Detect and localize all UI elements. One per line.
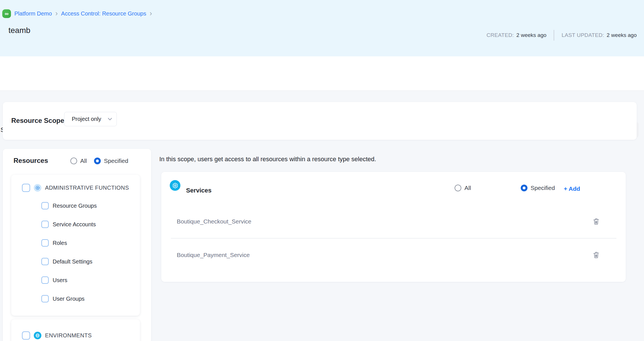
admin-functions-icon bbox=[34, 184, 41, 192]
breadcrumb-section-link[interactable]: Access Control: Resource Groups bbox=[61, 10, 146, 17]
add-service-button[interactable]: + Add bbox=[564, 185, 580, 192]
services-radio-specified[interactable]: Specified bbox=[521, 185, 555, 191]
checkbox-service-accounts[interactable] bbox=[41, 221, 49, 228]
radio-specified[interactable]: Specified bbox=[94, 158, 128, 164]
scope-info-text: In this scope, users get access to all r… bbox=[159, 156, 376, 163]
resource-group-card-environments: ENVIRONMENTS bbox=[11, 319, 140, 341]
resources-title: Resources bbox=[14, 157, 48, 165]
checkbox-admin-functions[interactable] bbox=[22, 184, 30, 192]
created-label: CREATED: bbox=[487, 32, 514, 38]
radio-all-circle[interactable] bbox=[70, 158, 77, 164]
group-label: ADMINISTRATIVE FUNCTIONS bbox=[45, 185, 129, 191]
trash-icon[interactable] bbox=[592, 251, 600, 259]
checkbox-user-groups[interactable] bbox=[41, 295, 49, 302]
service-name: Boutique_Payment_Service bbox=[177, 252, 250, 258]
project-logo-icon: ∞ bbox=[2, 9, 11, 18]
services-card: Services All Specified + Add Boutique_Ch… bbox=[161, 172, 626, 282]
resource-scope-card: Resource Scope Project only bbox=[3, 102, 637, 140]
resource-scope-value: Project only bbox=[72, 116, 101, 122]
checkbox-resource-groups[interactable] bbox=[41, 202, 49, 209]
checkbox-environments[interactable] bbox=[22, 331, 30, 340]
list-item: Users bbox=[41, 271, 140, 289]
checkbox-default-settings[interactable] bbox=[41, 258, 49, 265]
meta-divider bbox=[554, 30, 554, 41]
services-radio-all-circle[interactable] bbox=[455, 185, 461, 191]
group-row-environments: ENVIRONMENTS bbox=[11, 319, 140, 340]
breadcrumb: ∞ Platform Demo › Access Control: Resour… bbox=[2, 9, 152, 18]
resource-scope-label: Resource Scope bbox=[11, 117, 64, 125]
environments-icon bbox=[34, 332, 41, 339]
services-title: Services bbox=[186, 187, 212, 194]
list-item: Resource Groups bbox=[41, 196, 140, 215]
infinity-glyph: ∞ bbox=[5, 11, 9, 16]
radio-specified-label: Specified bbox=[104, 158, 128, 164]
resource-group-card-admin: ADMINISTRATIVE FUNCTIONS Resource Groups… bbox=[11, 175, 140, 316]
chevron-down-icon bbox=[108, 118, 112, 121]
trash-icon[interactable] bbox=[592, 218, 600, 225]
list-item: Default Settings bbox=[41, 252, 140, 271]
resources-panel: Resources All Specified ADMINISTRATIVE F… bbox=[3, 149, 151, 341]
service-name: Boutique_Checkout_Service bbox=[177, 218, 251, 225]
services-radio-all[interactable]: All bbox=[455, 185, 471, 191]
list-item: User Groups bbox=[41, 289, 140, 308]
radio-all[interactable]: All bbox=[70, 158, 87, 164]
meta-timestamps: CREATED: 2 weeks ago LAST UPDATED: 2 wee… bbox=[487, 30, 637, 41]
action-toolbar: Select Resource and define its scope of … bbox=[0, 56, 644, 91]
last-updated-label: LAST UPDATED: bbox=[562, 32, 604, 38]
resource-item-list: Resource Groups Service Accounts Roles D… bbox=[11, 196, 140, 308]
chevron-right-icon: › bbox=[149, 10, 152, 16]
list-item: Roles bbox=[41, 234, 140, 252]
page-header: ∞ Platform Demo › Access Control: Resour… bbox=[0, 0, 644, 56]
services-icon bbox=[170, 180, 180, 191]
group-label: ENVIRONMENTS bbox=[45, 332, 92, 339]
chevron-right-icon: › bbox=[55, 10, 58, 16]
checkbox-roles[interactable] bbox=[41, 239, 49, 247]
resource-scope-select[interactable]: Project only bbox=[64, 112, 117, 126]
resources-scope-radios: All Specified bbox=[70, 158, 128, 164]
breadcrumb-project-link[interactable]: Platform Demo bbox=[14, 10, 52, 17]
list-item: Service Accounts bbox=[41, 215, 140, 234]
service-row: Boutique_Checkout_Service bbox=[161, 205, 626, 238]
last-updated-value: 2 weeks ago bbox=[607, 32, 637, 38]
page-title: teamb bbox=[8, 26, 30, 35]
service-row: Boutique_Payment_Service bbox=[161, 238, 626, 272]
checkbox-users[interactable] bbox=[41, 276, 49, 284]
group-row-admin-functions: ADMINISTRATIVE FUNCTIONS bbox=[11, 175, 140, 192]
services-radio-specified-circle[interactable] bbox=[521, 185, 527, 191]
radio-all-label: All bbox=[80, 158, 87, 164]
created-value: 2 weeks ago bbox=[516, 32, 547, 38]
radio-specified-circle[interactable] bbox=[94, 158, 101, 164]
